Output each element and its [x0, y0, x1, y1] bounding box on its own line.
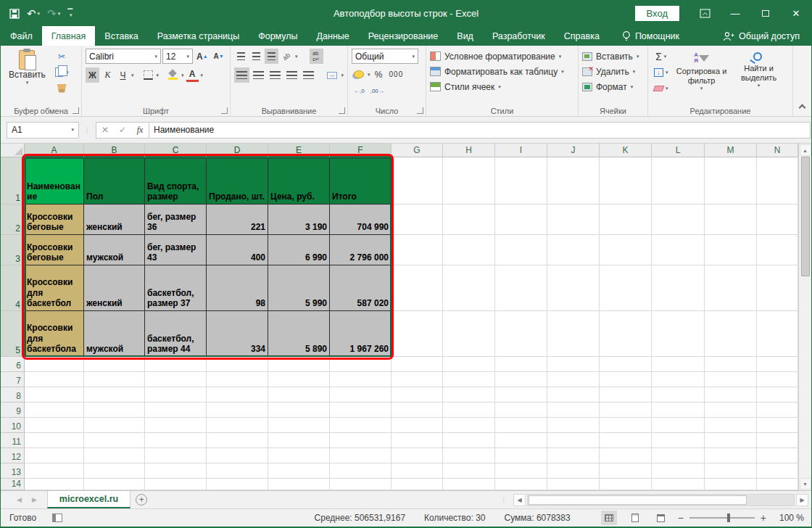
cell-K9[interactable]	[600, 403, 652, 418]
cell-H13[interactable]	[443, 463, 495, 479]
cell-K8[interactable]	[600, 387, 652, 403]
cell-N3[interactable]	[757, 235, 798, 265]
cell-B12[interactable]	[84, 448, 145, 463]
find-select-button[interactable]: Найти и выделить ▾	[733, 49, 785, 96]
cell-K3[interactable]	[600, 235, 652, 265]
cell-B2[interactable]: женский	[84, 205, 145, 235]
cell-I14[interactable]	[495, 479, 547, 490]
cell-L10[interactable]	[652, 418, 705, 433]
cell-C14[interactable]	[145, 479, 207, 490]
shrink-font-button[interactable]: А▼	[212, 49, 226, 64]
cell-F10[interactable]	[330, 418, 392, 433]
cell-J14[interactable]	[547, 479, 600, 490]
cell-D7[interactable]	[207, 372, 268, 387]
row-header-13[interactable]: 13	[1, 463, 25, 479]
cell-J13[interactable]	[547, 463, 600, 479]
cell-J11[interactable]	[547, 433, 600, 448]
orientation-dropdown-icon[interactable]: ▾	[295, 54, 298, 59]
cell-G14[interactable]	[392, 479, 443, 490]
tab-разметка-страницы[interactable]: Разметка страницы	[148, 26, 249, 46]
cell-I2[interactable]	[495, 205, 547, 235]
cell-H10[interactable]	[443, 418, 495, 433]
cell-J3[interactable]	[547, 235, 600, 265]
collapse-ribbon-button[interactable]	[793, 46, 811, 116]
cell-D5[interactable]: 334	[207, 311, 268, 357]
horizontal-scrollbar[interactable]: ◀ ▶	[510, 491, 811, 508]
cell-H5[interactable]	[443, 311, 495, 357]
cell-A2[interactable]: Кроссовки беговые	[25, 205, 84, 235]
cell-M1[interactable]	[705, 157, 757, 205]
tab-файл[interactable]: Файл	[1, 26, 42, 46]
cell-A10[interactable]	[25, 418, 84, 433]
sheet-next-icon[interactable]: ▶	[32, 496, 37, 503]
cell-D10[interactable]	[207, 418, 268, 433]
cell-N2[interactable]	[757, 205, 798, 235]
cell-L2[interactable]	[652, 205, 705, 235]
cell-N12[interactable]	[757, 448, 798, 463]
cell-D12[interactable]	[207, 448, 268, 463]
cell-E12[interactable]	[268, 448, 330, 463]
cell-E6[interactable]	[268, 357, 330, 372]
cell-F11[interactable]	[330, 433, 392, 448]
underline-dropdown-icon[interactable]: ▾	[131, 73, 134, 78]
cell-L9[interactable]	[652, 403, 705, 418]
signin-button[interactable]: Вход	[635, 6, 679, 21]
cell-F2[interactable]: 704 990	[330, 205, 392, 235]
increase-indent-button[interactable]	[301, 67, 316, 83]
bold-button[interactable]: Ж	[86, 67, 99, 83]
cell-C12[interactable]	[145, 448, 207, 463]
scroll-right-icon[interactable]: ▶	[796, 494, 808, 506]
cell-D9[interactable]	[207, 403, 268, 418]
cell-H4[interactable]	[443, 265, 495, 311]
number-format-dropdown-icon[interactable]: ▾	[409, 54, 415, 59]
cell-C13[interactable]	[145, 463, 207, 479]
cell-K11[interactable]	[600, 433, 652, 448]
cell-D13[interactable]	[207, 463, 268, 479]
cell-N14[interactable]	[757, 479, 798, 490]
cell-A9[interactable]	[25, 403, 84, 418]
cell-B14[interactable]	[84, 479, 145, 490]
cell-M11[interactable]	[705, 433, 757, 448]
comma-style-button[interactable]: 000	[387, 67, 406, 82]
vertical-scrollbar[interactable]: ▲ ▼	[798, 144, 811, 490]
align-middle-button[interactable]	[249, 49, 263, 64]
cell-L7[interactable]	[652, 372, 705, 387]
cell-E1[interactable]: Цена, руб.	[268, 157, 330, 205]
clear-dropdown-icon[interactable]: ▾	[666, 86, 668, 91]
cell-D3[interactable]: 400	[207, 235, 268, 265]
cell-J5[interactable]	[547, 311, 600, 357]
fill-button[interactable]: ↓▾	[652, 65, 671, 80]
cell-E3[interactable]: 6 990	[268, 235, 330, 265]
share-button[interactable]: Общий доступ	[723, 26, 811, 46]
minimize-button[interactable]: —	[720, 1, 750, 26]
save-icon[interactable]	[9, 9, 20, 19]
cell-I8[interactable]	[495, 387, 547, 403]
select-all-corner[interactable]	[1, 144, 25, 157]
tab-формулы[interactable]: Формулы	[249, 26, 307, 46]
align-left-button[interactable]	[234, 67, 249, 83]
tab-вставка[interactable]: Вставка	[95, 26, 147, 46]
zoom-out-button[interactable]: −	[678, 512, 684, 524]
cell-L13[interactable]	[652, 463, 705, 479]
cell-B6[interactable]	[84, 357, 145, 372]
cell-G6[interactable]	[392, 357, 443, 372]
row-header-8[interactable]: 8	[1, 387, 25, 403]
cell-E13[interactable]	[268, 463, 330, 479]
cell-K7[interactable]	[600, 372, 652, 387]
normal-view-button[interactable]	[601, 511, 617, 525]
cell-E5[interactable]: 5 890	[268, 311, 330, 357]
cell-G1[interactable]	[392, 157, 443, 205]
tab-справка[interactable]: Справка	[555, 26, 609, 46]
tab-разработчик[interactable]: Разработчик	[483, 26, 555, 46]
cell-F14[interactable]	[330, 479, 392, 490]
column-header-J[interactable]: J	[547, 144, 600, 157]
cell-C11[interactable]	[145, 433, 207, 448]
cancel-button[interactable]: ✕	[96, 123, 114, 138]
cell-A13[interactable]	[25, 463, 84, 479]
font-size-combo[interactable]: 12▾	[162, 49, 193, 64]
row-header-5[interactable]: 5	[1, 311, 25, 357]
sort-filter-button[interactable]: А Я Сортировка и фильтр ▾	[674, 49, 730, 96]
cell-L11[interactable]	[652, 433, 705, 448]
column-header-G[interactable]: G	[392, 144, 443, 157]
cell-A1[interactable]: Наименование	[25, 157, 84, 205]
